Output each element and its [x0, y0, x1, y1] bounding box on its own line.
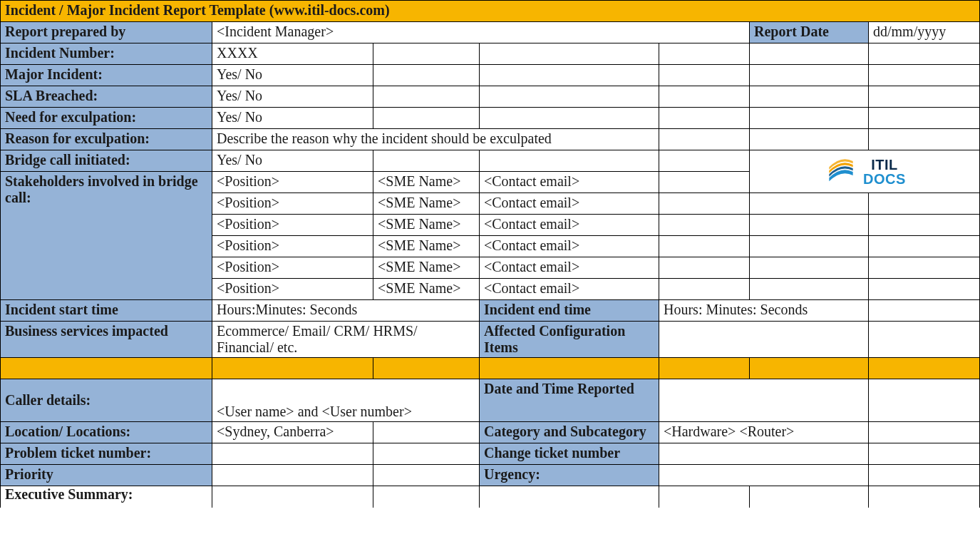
stakeholder-sme[interactable]: <SME Name>: [373, 215, 480, 236]
stakeholder-position[interactable]: <Position>: [212, 257, 373, 279]
date-time-reported-label: Date and Time Reported: [480, 379, 659, 422]
reason-exculpation-value[interactable]: Describe the reason why the incident sho…: [212, 129, 659, 150]
document-stack-icon: [823, 154, 859, 190]
category-value[interactable]: <Hardware> <Router>: [659, 422, 869, 443]
stakeholder-position[interactable]: <Position>: [212, 172, 373, 193]
stakeholder-email[interactable]: <Contact email>: [480, 193, 659, 215]
report-prepared-by-label: Report prepared by: [1, 22, 212, 43]
category-label: Category and Subcategory: [480, 422, 659, 443]
sla-breached-label: SLA Breached:: [1, 86, 212, 108]
location-label: Location/ Locations:: [1, 422, 212, 443]
major-incident-value[interactable]: Yes/ No: [212, 65, 373, 86]
major-incident-label: Major Incident:: [1, 65, 212, 86]
stakeholder-position[interactable]: <Position>: [212, 215, 373, 236]
stakeholder-sme[interactable]: <SME Name>: [373, 257, 480, 279]
need-exculpation-label: Need for exculpation:: [1, 108, 212, 129]
reason-exculpation-label: Reason for exculpation:: [1, 129, 212, 150]
change-ticket-label: Change ticket number: [480, 443, 659, 465]
incident-end-time-value[interactable]: Hours: Minutes: Seconds: [659, 300, 869, 322]
document-title: Incident / Major Incident Report Templat…: [1, 1, 980, 22]
stakeholders-label: Stakeholders involved in bridge call:: [1, 172, 212, 300]
affected-ci-value[interactable]: [659, 322, 869, 358]
report-date-label: Report Date: [750, 22, 869, 43]
change-ticket-value[interactable]: [659, 443, 869, 465]
stakeholder-email[interactable]: <Contact email>: [480, 257, 659, 279]
affected-ci-label: Affected Configuration Items: [480, 322, 659, 358]
priority-value[interactable]: [212, 465, 373, 486]
stakeholder-position[interactable]: <Position>: [212, 193, 373, 215]
report-prepared-by-value[interactable]: <Incident Manager>: [212, 22, 750, 43]
bridge-call-value[interactable]: Yes/ No: [212, 150, 373, 172]
executive-summary-label: Executive Summary:: [1, 486, 212, 508]
caller-details-value[interactable]: <User name> and <User number>: [212, 379, 480, 422]
stakeholder-email[interactable]: <Contact email>: [480, 215, 659, 236]
sla-breached-value[interactable]: Yes/ No: [212, 86, 373, 108]
stakeholder-sme[interactable]: <SME Name>: [373, 279, 480, 300]
priority-label: Priority: [1, 465, 212, 486]
business-services-label: Business services impacted: [1, 322, 212, 358]
itil-docs-logo: ITIL DOCS: [750, 150, 980, 193]
incident-report-table: Incident / Major Incident Report Templat…: [0, 0, 980, 508]
separator-cell: [1, 358, 212, 379]
date-time-reported-value[interactable]: [659, 379, 869, 422]
problem-ticket-value[interactable]: [212, 443, 373, 465]
urgency-value[interactable]: [659, 465, 869, 486]
stakeholder-position[interactable]: <Position>: [212, 279, 373, 300]
stakeholder-sme[interactable]: <SME Name>: [373, 172, 480, 193]
caller-details-label: Caller details:: [1, 379, 212, 422]
need-exculpation-value[interactable]: Yes/ No: [212, 108, 373, 129]
incident-number-label: Incident Number:: [1, 43, 212, 65]
stakeholder-sme[interactable]: <SME Name>: [373, 236, 480, 257]
stakeholder-sme[interactable]: <SME Name>: [373, 193, 480, 215]
incident-start-time-label: Incident start time: [1, 300, 212, 322]
incident-number-value[interactable]: XXXX: [212, 43, 373, 65]
stakeholder-email[interactable]: <Contact email>: [480, 172, 659, 193]
report-date-value[interactable]: dd/mm/yyyy: [869, 22, 980, 43]
bridge-call-label: Bridge call initiated:: [1, 150, 212, 172]
urgency-label: Urgency:: [480, 465, 659, 486]
incident-start-time-value[interactable]: Hours:Minutes: Seconds: [212, 300, 480, 322]
problem-ticket-label: Problem ticket number:: [1, 443, 212, 465]
stakeholder-email[interactable]: <Contact email>: [480, 236, 659, 257]
location-value[interactable]: <Sydney, Canberra>: [212, 422, 373, 443]
stakeholder-email[interactable]: <Contact email>: [480, 279, 659, 300]
stakeholder-position[interactable]: <Position>: [212, 236, 373, 257]
incident-end-time-label: Incident end time: [480, 300, 659, 322]
business-services-value[interactable]: Ecommerce/ Email/ CRM/ HRMS/ Financial/ …: [212, 322, 480, 358]
